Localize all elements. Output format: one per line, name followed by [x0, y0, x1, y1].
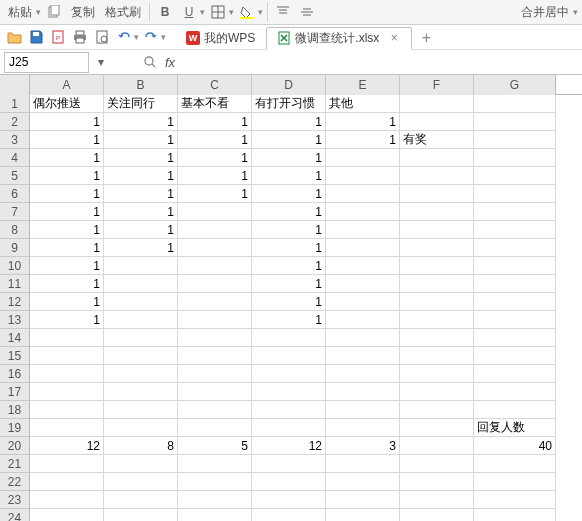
cell[interactable]: [104, 257, 178, 275]
border-button[interactable]: [207, 2, 229, 22]
cell[interactable]: [178, 203, 252, 221]
cell[interactable]: [30, 509, 104, 521]
cell[interactable]: [252, 473, 326, 491]
row-header[interactable]: 23: [0, 491, 30, 509]
cell[interactable]: 1: [104, 221, 178, 239]
cell[interactable]: 1: [252, 293, 326, 311]
cell[interactable]: 1: [252, 311, 326, 329]
cell[interactable]: [400, 293, 474, 311]
cell[interactable]: 1: [104, 131, 178, 149]
cell[interactable]: [104, 455, 178, 473]
cell[interactable]: [178, 473, 252, 491]
cell[interactable]: 1: [30, 167, 104, 185]
cell[interactable]: 12: [30, 437, 104, 455]
cell[interactable]: [252, 455, 326, 473]
row-header[interactable]: 17: [0, 383, 30, 401]
cell[interactable]: [400, 167, 474, 185]
cell[interactable]: [474, 401, 556, 419]
cell[interactable]: 有打开习惯: [252, 95, 326, 113]
column-header[interactable]: F: [400, 75, 474, 95]
cell[interactable]: [326, 203, 400, 221]
cell[interactable]: [104, 401, 178, 419]
cell[interactable]: [474, 167, 556, 185]
cell[interactable]: [474, 347, 556, 365]
column-header[interactable]: G: [474, 75, 556, 95]
paste-dropdown-icon[interactable]: ▾: [36, 7, 41, 17]
undo-button[interactable]: [114, 27, 134, 47]
cell[interactable]: 1: [30, 185, 104, 203]
row-header[interactable]: 9: [0, 239, 30, 257]
cell[interactable]: [104, 329, 178, 347]
cell[interactable]: [326, 419, 400, 437]
cell[interactable]: 1: [252, 113, 326, 131]
row-header[interactable]: 7: [0, 203, 30, 221]
cell[interactable]: [474, 473, 556, 491]
print-button[interactable]: [70, 27, 90, 47]
row-header[interactable]: 6: [0, 185, 30, 203]
cell[interactable]: 1: [104, 239, 178, 257]
cell[interactable]: 基本不看: [178, 95, 252, 113]
cell[interactable]: [400, 257, 474, 275]
cell[interactable]: [400, 455, 474, 473]
cell[interactable]: [400, 347, 474, 365]
name-box-dd-icon[interactable]: ▾: [93, 55, 109, 69]
cell[interactable]: [400, 221, 474, 239]
cell[interactable]: 1: [252, 185, 326, 203]
column-header[interactable]: E: [326, 75, 400, 95]
cell[interactable]: [252, 509, 326, 521]
row-header[interactable]: 22: [0, 473, 30, 491]
border-dd-icon[interactable]: ▾: [229, 7, 234, 17]
cell[interactable]: 1: [252, 203, 326, 221]
cell[interactable]: [104, 365, 178, 383]
cell[interactable]: 1: [30, 311, 104, 329]
cell[interactable]: [474, 275, 556, 293]
column-header[interactable]: A: [30, 75, 104, 95]
cell[interactable]: 8: [104, 437, 178, 455]
cell[interactable]: 1: [104, 113, 178, 131]
cell[interactable]: [252, 347, 326, 365]
row-header[interactable]: 11: [0, 275, 30, 293]
fx-label[interactable]: fx: [165, 55, 175, 70]
formula-input[interactable]: [175, 52, 582, 73]
row-header[interactable]: 20: [0, 437, 30, 455]
cell[interactable]: [474, 203, 556, 221]
cell[interactable]: [30, 419, 104, 437]
copy-button[interactable]: [43, 2, 65, 22]
cell[interactable]: [326, 275, 400, 293]
cell[interactable]: 1: [30, 203, 104, 221]
save-button[interactable]: [26, 27, 46, 47]
cell[interactable]: 偶尔推送: [30, 95, 104, 113]
cell[interactable]: [474, 149, 556, 167]
cell[interactable]: [474, 221, 556, 239]
cell[interactable]: [30, 347, 104, 365]
cell[interactable]: [252, 401, 326, 419]
cell[interactable]: [326, 293, 400, 311]
row-header[interactable]: 13: [0, 311, 30, 329]
fill-color-button[interactable]: [236, 2, 258, 22]
underline-dd-icon[interactable]: ▾: [200, 7, 205, 17]
cell[interactable]: [178, 419, 252, 437]
redo-dd-icon[interactable]: ▾: [161, 32, 166, 42]
cell[interactable]: [178, 383, 252, 401]
cell[interactable]: 1: [252, 149, 326, 167]
row-header[interactable]: 2: [0, 113, 30, 131]
cell[interactable]: [30, 365, 104, 383]
cell[interactable]: [400, 509, 474, 521]
row-header[interactable]: 15: [0, 347, 30, 365]
export-pdf-button[interactable]: P: [48, 27, 68, 47]
cell[interactable]: [400, 437, 474, 455]
row-header[interactable]: 12: [0, 293, 30, 311]
cell[interactable]: 1: [30, 239, 104, 257]
spreadsheet-grid[interactable]: A B C D E F G 1偶尔推送关注同行基本不看有打开习惯其他211111…: [0, 75, 582, 521]
cell[interactable]: [252, 329, 326, 347]
cell[interactable]: [30, 383, 104, 401]
cell[interactable]: 回复人数: [474, 419, 556, 437]
cell[interactable]: [400, 383, 474, 401]
insert-function-button[interactable]: [139, 52, 161, 73]
cell[interactable]: 1: [30, 221, 104, 239]
row-header[interactable]: 8: [0, 221, 30, 239]
cell[interactable]: [30, 473, 104, 491]
column-header[interactable]: B: [104, 75, 178, 95]
cell[interactable]: 1: [104, 185, 178, 203]
cell[interactable]: [326, 473, 400, 491]
